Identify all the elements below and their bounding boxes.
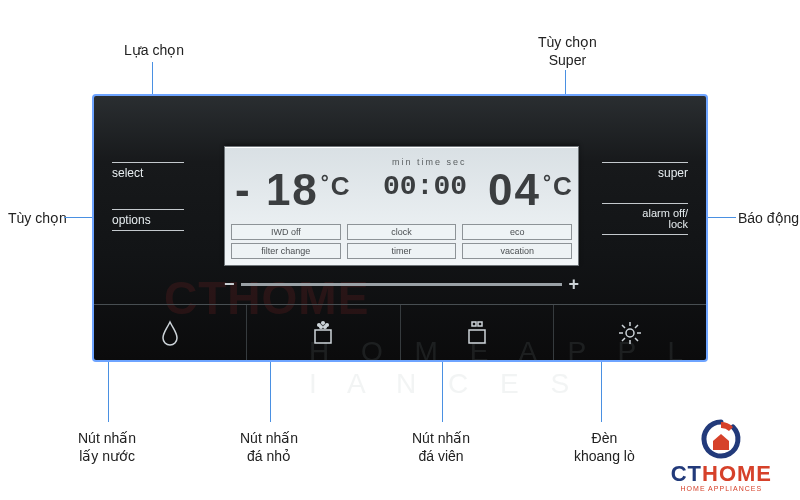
left-button-group: select options [112, 162, 184, 231]
callout-options: Tùy chọn [8, 210, 67, 228]
lcd-opt-eco: eco [462, 224, 572, 240]
dispenser-icon-bar [94, 304, 706, 360]
fridge-temp-value: 04 [488, 165, 541, 214]
select-button[interactable]: select [112, 162, 184, 183]
lcd-opt-clock: clock [347, 224, 457, 240]
light-button[interactable] [554, 305, 706, 360]
temperature-slider[interactable]: − + [224, 274, 579, 295]
crushed-ice-button[interactable] [247, 305, 400, 360]
callout-water: Nút nhấn lấy nước [78, 430, 136, 465]
callout-super: Tùy chọn Super [538, 34, 597, 69]
leader [442, 362, 443, 422]
svg-point-4 [324, 325, 327, 328]
callout-alarm: Báo động [738, 210, 799, 228]
cubed-ice-button[interactable] [401, 305, 554, 360]
svg-point-1 [322, 321, 325, 324]
leader [108, 362, 109, 422]
appliance-panel: CTHOME H O M E A P P L I A N C E S selec… [92, 94, 708, 362]
celsius-symbol: C [331, 171, 352, 201]
slider-track[interactable] [241, 283, 563, 286]
water-drop-icon [159, 320, 181, 346]
plus-icon: + [568, 274, 579, 295]
callout-cubed: Nút nhấn đá viên [412, 430, 470, 465]
water-dispense-button[interactable] [94, 305, 247, 360]
freezer-temp: - 18°C [235, 165, 352, 218]
svg-rect-5 [472, 322, 476, 326]
svg-rect-6 [478, 322, 482, 326]
light-icon [617, 320, 643, 346]
leader [270, 362, 271, 422]
lcd-option-row: IWD off filter change clock timer eco va… [231, 224, 572, 259]
svg-point-7 [626, 329, 634, 337]
callout-select: Lựa chọn [124, 42, 184, 60]
degree-symbol: ° [321, 171, 331, 193]
freezer-temp-value: - 18 [235, 165, 319, 214]
fridge-temp: 04°C [488, 165, 574, 218]
lcd-opt-filter: filter change [231, 243, 341, 259]
leader [601, 362, 602, 422]
cubed-ice-icon [464, 320, 490, 346]
lcd-opt-vacation: vacation [462, 243, 572, 259]
alarm-lock-button[interactable]: alarm off/ lock [602, 203, 688, 235]
super-button[interactable]: super [602, 162, 688, 183]
minus-icon: − [224, 274, 235, 295]
options-button[interactable]: options [112, 209, 184, 231]
logo-mark-icon [699, 417, 743, 461]
celsius-symbol: C [553, 171, 574, 201]
callout-crushed: Nút nhấn đá nhỏ [240, 430, 298, 465]
right-button-group: super alarm off/ lock [602, 162, 688, 235]
lcd-opt-timer: timer [347, 243, 457, 259]
lcd-display: - 18°C min time sec 00:00 04°C IWD off f… [224, 146, 579, 266]
brand-logo: CTHOME HOME APPLIANCES [671, 417, 772, 492]
crushed-ice-icon [310, 320, 336, 346]
timer-value: 00:00 [383, 171, 467, 202]
time-labels: min time sec [392, 157, 467, 167]
lcd-opt-iwd: IWD off [231, 224, 341, 240]
degree-symbol: ° [543, 171, 553, 193]
logo-name: CTHOME [671, 461, 772, 487]
callout-light: Đèn khoang lò [574, 430, 635, 465]
svg-point-3 [320, 325, 323, 328]
logo-tagline: HOME APPLIANCES [681, 485, 763, 492]
